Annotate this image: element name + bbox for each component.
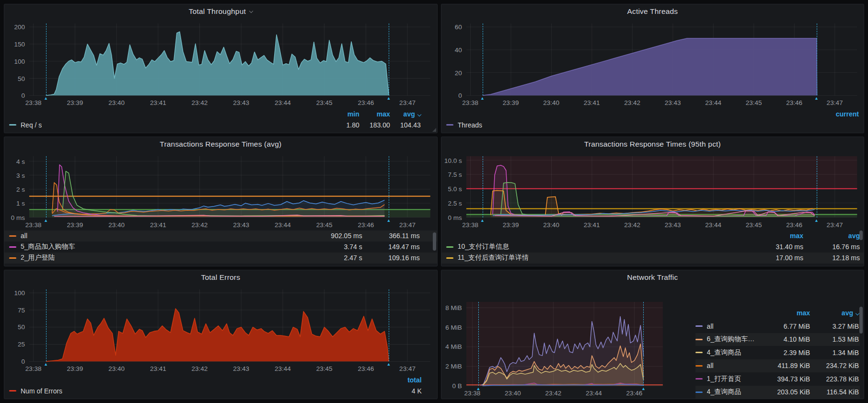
graph-canvas[interactable]: ▲▲: [29, 289, 430, 361]
legend-value: 149.47 ms: [362, 243, 420, 251]
series-color-icon: [9, 246, 16, 248]
graph-canvas[interactable]: ▲▲: [466, 23, 857, 95]
panel-header[interactable]: Total Errors: [4, 270, 437, 285]
x-tick-label: 23:46: [358, 365, 374, 372]
legend-value: 17.00 ms: [747, 254, 803, 262]
x-axis: 23:3823:4023:4223:4423:46: [466, 386, 663, 399]
legend-series-label[interactable]: Num of Errors: [21, 387, 62, 395]
annotation-line: [389, 156, 389, 217]
legend-series-label[interactable]: Req / s: [21, 121, 42, 129]
y-axis: 0255075100: [7, 289, 29, 361]
legend-header-max[interactable]: max: [761, 309, 810, 317]
x-tick-label: 23:45: [316, 365, 333, 372]
x-tick-label: 23:45: [316, 221, 333, 229]
series-color-icon: [446, 246, 453, 248]
annotation-line: [389, 23, 389, 95]
x-tick-label: 23:38: [25, 365, 42, 372]
legend-row: 5_商品加入购物车3.74 s149.47 ms: [4, 242, 437, 253]
legend-header-min[interactable]: min: [329, 110, 359, 118]
legend-series-label[interactable]: 2_用户登陆: [21, 253, 55, 262]
panel-header[interactable]: Total Throughput: [4, 4, 437, 19]
panel-resize-handle[interactable]: [432, 128, 436, 132]
y-axis: 0 ms1 s2 s3 s4 s: [7, 156, 29, 217]
x-tick-label: 23:41: [150, 99, 166, 106]
legend-series-label[interactable]: all: [21, 232, 27, 240]
legend-header-avg[interactable]: avg: [810, 309, 859, 317]
annotation-line: [817, 156, 817, 217]
panel-title[interactable]: Active Threads: [627, 7, 678, 16]
legend-header-max[interactable]: max: [359, 110, 390, 118]
graph-canvas[interactable]: ▲▲: [466, 302, 663, 386]
legend-series[interactable]: Req / s: [9, 121, 42, 129]
legend-header-max[interactable]: max: [747, 232, 803, 240]
legend-scrollbar[interactable]: [433, 232, 436, 251]
legend-scrollbar[interactable]: [859, 230, 863, 240]
legend-series-label[interactable]: all: [707, 322, 714, 330]
x-axis: 23:3823:3923:4023:4123:4223:4323:4423:45…: [466, 95, 857, 108]
legend-series[interactable]: Threads: [446, 121, 482, 129]
legend-value: 203.05 KiB: [761, 388, 810, 396]
series-color-icon: [9, 257, 16, 259]
legend-value-total: 4 K: [391, 387, 422, 395]
x-tick-label: 23:42: [624, 221, 640, 229]
sort-chevron-icon: [417, 113, 421, 116]
series-color-icon: [9, 124, 16, 126]
graph-canvas[interactable]: ▲▲: [29, 156, 430, 217]
panel-active-threads: Active Threads 0204060 ▲▲ 23:3823:3923:4…: [441, 4, 864, 133]
x-tick-label: 23:46: [786, 99, 802, 106]
legend-series[interactable]: Num of Errors: [9, 387, 62, 395]
x-tick-label: 23:45: [746, 221, 762, 229]
graph-canvas[interactable]: ▲▲: [466, 156, 857, 217]
legend-value-row: Num of Errors4 K: [4, 385, 437, 396]
series-color-icon: [695, 391, 703, 393]
legend-series-label[interactable]: Threads: [458, 121, 482, 129]
panel-title[interactable]: Total Errors: [201, 273, 241, 282]
panel-header[interactable]: Network Traffic: [441, 270, 864, 285]
panel-title[interactable]: Transactions Response Times (95th pct): [584, 140, 721, 149]
panel-title[interactable]: Network Traffic: [627, 273, 678, 282]
panel-total-throughput: Total Throughput 050100150200 ▲▲ 23:3823…: [4, 4, 438, 133]
y-axis: 0204060: [444, 23, 466, 95]
legend-header-avg[interactable]: avg: [803, 232, 860, 240]
panel-header[interactable]: Transactions Response Times (95th pct): [441, 137, 864, 151]
annotation-line: [46, 156, 46, 217]
legend-series-label[interactable]: 1_打开首页: [707, 375, 741, 383]
panel-title[interactable]: Transactions Response Times (avg): [160, 140, 281, 149]
legend: maxavg10_支付订单信息31.40 ms16.76 ms11_支付后查询订…: [441, 230, 864, 266]
y-tick-label: 0 ms: [448, 214, 462, 221]
panel-header[interactable]: Active Threads: [441, 4, 864, 19]
panel-title[interactable]: Total Throughput: [189, 7, 246, 16]
x-tick-label: 23:41: [150, 365, 166, 372]
legend-series-label[interactable]: all: [707, 362, 714, 369]
legend-series-label[interactable]: 10_支付订单信息: [458, 242, 509, 251]
legend-series-label[interactable]: 6_查询购物车信息: [707, 335, 761, 344]
panel-header[interactable]: Transactions Response Times (avg): [4, 137, 437, 151]
x-tick-label: 23:42: [624, 99, 640, 106]
x-tick-label: 23:43: [233, 99, 249, 106]
legend-header-current[interactable]: current: [825, 110, 859, 118]
x-tick-label: 23:39: [67, 221, 83, 229]
series-color-icon: [9, 390, 16, 391]
y-tick-label: 2.5 s: [448, 199, 462, 207]
legend-series-label[interactable]: 11_支付后查询订单详情: [458, 253, 529, 262]
legend-header-total[interactable]: total: [391, 376, 422, 384]
legend-row: all902.05 ms366.11 ms: [4, 230, 437, 242]
legend-series-label[interactable]: 4_查询商品: [707, 348, 741, 357]
legend: all902.05 ms366.11 ms5_商品加入购物车3.74 s149.…: [4, 230, 437, 266]
legend-row: 4_查询商品2.39 MiB1.34 MiB: [695, 346, 860, 359]
annotation-line: [643, 302, 644, 386]
legend-value-row: Threads: [441, 119, 864, 130]
y-tick-label: 20: [455, 69, 462, 76]
legend-header-avg[interactable]: avg: [390, 110, 421, 118]
series-color-icon: [446, 124, 453, 126]
x-tick-label: 23:43: [665, 221, 681, 229]
y-tick-label: 60: [455, 23, 462, 31]
legend-series-label[interactable]: 4_查询商品: [707, 388, 741, 396]
y-tick-label: 50: [18, 75, 25, 82]
legend-scrollbar[interactable]: [859, 307, 863, 334]
x-axis: 23:3823:3923:4023:4123:4223:4323:4423:45…: [466, 218, 857, 230]
sort-chevron-icon: [856, 311, 859, 315]
legend: maxavgall6.77 MiB3.27 MiB6_查询购物车信息4.10 M…: [670, 285, 864, 399]
graph-canvas[interactable]: ▲▲: [29, 23, 430, 95]
legend-series-label[interactable]: 5_商品加入购物车: [21, 242, 75, 251]
